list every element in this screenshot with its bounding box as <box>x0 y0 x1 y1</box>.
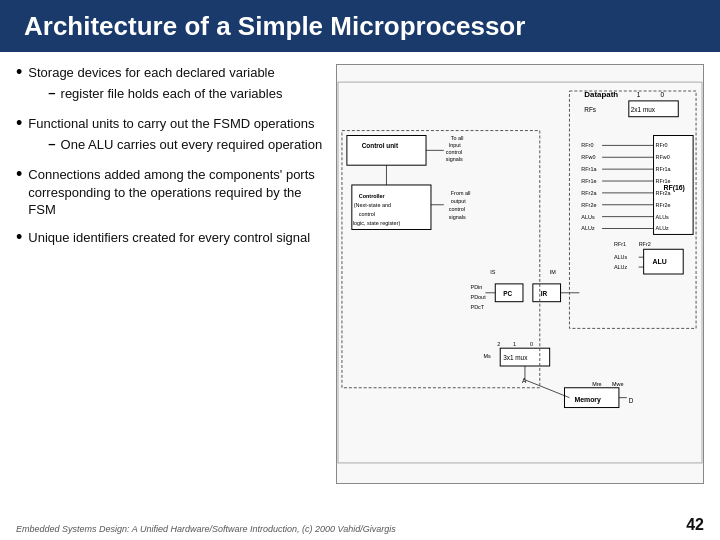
svg-text:RFr2a: RFr2a <box>656 190 672 196</box>
svg-text:ALU: ALU <box>653 258 667 265</box>
bullet-dot: • <box>16 228 22 248</box>
svg-text:Mre: Mre <box>592 381 601 387</box>
svg-text:3x1 mux: 3x1 mux <box>503 354 528 361</box>
svg-text:To all: To all <box>451 135 464 141</box>
svg-line-79 <box>525 380 570 398</box>
svg-text:RFr2a: RFr2a <box>581 190 597 196</box>
content-area: • Storage devices for each declared vari… <box>0 52 720 492</box>
bullet-dot: • <box>16 63 22 83</box>
list-item: • Storage devices for each declared vari… <box>16 64 324 105</box>
svg-text:0: 0 <box>660 91 664 98</box>
list-item: • Connections added among the components… <box>16 166 324 219</box>
title-bar: Architecture of a Simple Microprocessor <box>0 0 720 52</box>
svg-text:RFr2e: RFr2e <box>581 202 596 208</box>
citation: Embedded Systems Design: A Unified Hardw… <box>16 524 396 534</box>
svg-text:RFr0: RFr0 <box>656 142 668 148</box>
svg-text:RFr1a: RFr1a <box>656 166 672 172</box>
svg-text:RFs: RFs <box>584 106 596 113</box>
bullet-dot: • <box>16 165 22 185</box>
svg-text:0: 0 <box>530 341 533 347</box>
svg-text:RFw0: RFw0 <box>581 154 595 160</box>
svg-text:ALUs: ALUs <box>581 214 595 220</box>
svg-text:logic, state register): logic, state register) <box>353 220 401 226</box>
sub-dash: – <box>48 85 55 100</box>
svg-text:RFr1a: RFr1a <box>581 166 597 172</box>
svg-text:ALUz: ALUz <box>656 225 670 231</box>
footer: Embedded Systems Design: A Unified Hardw… <box>16 516 704 534</box>
svg-text:(Next-state and: (Next-state and <box>354 202 391 208</box>
bullet-dot: • <box>16 114 22 134</box>
svg-text:PDin: PDin <box>471 284 483 290</box>
svg-text:signals: signals <box>449 214 466 220</box>
svg-text:PDcT: PDcT <box>471 304 485 310</box>
list-item: • Functional units to carry out the FSMD… <box>16 115 324 156</box>
diagram-area: Datapath 1 0 2x1 mux RFs RF(16) RFr0 RFw… <box>336 64 704 484</box>
svg-text:output: output <box>451 198 467 204</box>
svg-text:2x1 mux: 2x1 mux <box>631 106 656 113</box>
svg-rect-40 <box>347 136 426 166</box>
svg-text:PC: PC <box>503 290 512 297</box>
svg-text:Input: Input <box>449 142 462 148</box>
svg-text:RFw0: RFw0 <box>656 154 670 160</box>
svg-text:RFr2e: RFr2e <box>656 202 671 208</box>
svg-text:From all: From all <box>451 190 471 196</box>
svg-text:1: 1 <box>637 91 641 98</box>
bullet-text: Functional units to carry out the FSMD o… <box>28 116 314 131</box>
svg-text:Ms: Ms <box>483 353 491 359</box>
svg-text:PDout: PDout <box>471 294 487 300</box>
bullet-text: Connections added among the components' … <box>28 167 315 217</box>
svg-text:control: control <box>446 149 462 155</box>
sub-text: One ALU carries out every required opera… <box>61 136 323 154</box>
bullet-list: • Storage devices for each declared vari… <box>16 64 336 484</box>
svg-text:RFr1e: RFr1e <box>656 178 671 184</box>
svg-text:Mwe: Mwe <box>612 381 623 387</box>
svg-text:RFr1e: RFr1e <box>581 178 596 184</box>
slide-title: Architecture of a Simple Microprocessor <box>24 11 525 42</box>
bullet-text: Unique identifiers created for every con… <box>28 230 310 245</box>
svg-text:RFr0: RFr0 <box>581 142 593 148</box>
svg-text:control: control <box>449 206 465 212</box>
svg-text:ALUs: ALUs <box>614 254 628 260</box>
list-item: • Unique identifiers created for every c… <box>16 229 324 248</box>
svg-text:ALUz: ALUz <box>614 264 628 270</box>
sub-bullet: – register file holds each of the variab… <box>48 85 282 103</box>
sub-bullet: – One ALU carries out every required ope… <box>48 136 322 154</box>
slide: Architecture of a Simple Microprocessor … <box>0 0 720 540</box>
svg-text:IM: IM <box>550 269 557 275</box>
svg-text:IS: IS <box>490 269 496 275</box>
svg-text:ALUz: ALUz <box>581 225 595 231</box>
sub-dash: – <box>48 136 55 151</box>
svg-text:ALUs: ALUs <box>656 214 670 220</box>
page-number: 42 <box>686 516 704 534</box>
svg-text:RFr1: RFr1 <box>614 241 626 247</box>
svg-text:Memory: Memory <box>574 396 601 404</box>
svg-text:1: 1 <box>513 341 516 347</box>
svg-text:D: D <box>629 397 634 404</box>
svg-text:2: 2 <box>497 341 500 347</box>
svg-text:RFr2: RFr2 <box>639 241 651 247</box>
svg-text:Controller: Controller <box>359 193 386 199</box>
bullet-text: Storage devices for each declared variab… <box>28 65 274 80</box>
svg-text:control: control <box>359 211 375 217</box>
architecture-diagram: Datapath 1 0 2x1 mux RFs RF(16) RFr0 RFw… <box>337 65 703 483</box>
svg-text:IR: IR <box>541 290 548 297</box>
svg-text:Control unit: Control unit <box>362 142 399 149</box>
sub-text: register file holds each of the variable… <box>61 85 283 103</box>
svg-text:signals: signals <box>446 156 463 162</box>
